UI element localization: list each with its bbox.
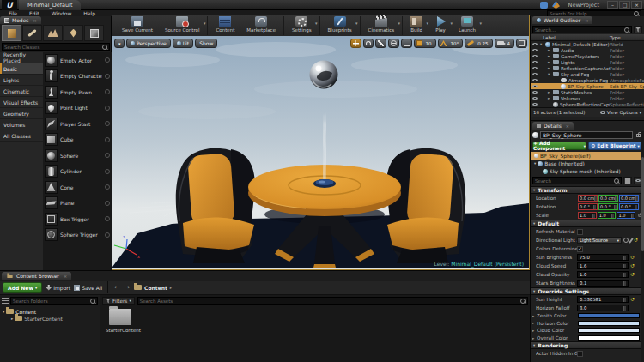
bowl[interactable]	[313, 179, 336, 188]
placeable-item[interactable]: Cone	[43, 179, 112, 196]
number-field[interactable]: 1.0	[577, 271, 629, 278]
expander-icon[interactable]: ▸	[548, 54, 551, 58]
spinner-icon[interactable]	[592, 214, 595, 218]
placeable-item[interactable]: Plane	[43, 196, 112, 212]
placeable-item[interactable]: Sphere Trigger	[43, 227, 112, 244]
surface-snapping-button[interactable]	[401, 39, 412, 48]
menu-item[interactable]: Help	[78, 10, 100, 16]
expander-icon[interactable]: ▸	[548, 96, 551, 100]
grip-icon[interactable]	[105, 74, 110, 79]
color-swatch[interactable]	[578, 335, 640, 341]
visibility-eye-icon[interactable]	[531, 73, 538, 76]
placement-category[interactable]: Lights	[0, 75, 43, 86]
outliner-row[interactable]: ▸ StaticMeshes Folder	[531, 89, 644, 95]
expander-icon[interactable]: ▸	[548, 48, 551, 52]
visibility-eye-icon[interactable]	[531, 97, 538, 100]
placeable-item[interactable]: Cube	[43, 132, 112, 148]
placeable-item[interactable]: Box Trigger	[43, 211, 112, 227]
outliner-row[interactable]: BP_Sky_Sphere Edit BP_Sky_Sphere	[531, 83, 644, 89]
grip-icon[interactable]	[105, 57, 110, 63]
grip-icon[interactable]	[105, 201, 110, 206]
number-field[interactable]: 0.530581	[577, 296, 629, 303]
property-matrix-button[interactable]	[623, 177, 632, 184]
placement-category[interactable]: Recently Placed	[0, 52, 43, 63]
outliner-filter-button[interactable]	[634, 26, 642, 33]
chair-left[interactable]	[176, 148, 255, 263]
grid-snap-button[interactable]: 10	[414, 39, 436, 48]
menu-item[interactable]: File	[3, 10, 22, 16]
search-assets-input[interactable]: Search Assets	[137, 297, 528, 305]
checkbox[interactable]	[577, 229, 583, 235]
outliner-search-input[interactable]: Search...	[532, 26, 632, 33]
expander-icon[interactable]: ▾	[540, 42, 544, 46]
section-transform[interactable]: ▾Transform	[531, 186, 644, 194]
visibility-eye-icon[interactable]	[531, 85, 538, 88]
revert-icon[interactable]: ↺	[630, 297, 635, 302]
component-self-row[interactable]: BP_Sky_Sphere(self)	[531, 152, 644, 160]
revert-icon[interactable]: ↺	[630, 272, 635, 277]
asset-dropdown[interactable]: Light Source▾	[577, 237, 622, 244]
color-swatch[interactable]	[578, 328, 640, 333]
placeable-item[interactable]: Point Light	[43, 100, 112, 117]
placeable-item[interactable]: Player Start	[43, 116, 112, 132]
view-options-button[interactable]: View Options▾	[600, 110, 641, 115]
tab-modes[interactable]: Modes ×	[0, 16, 41, 24]
toolbar-button[interactable]: Build ▾	[402, 16, 428, 35]
expander-icon[interactable]: ▸	[548, 90, 551, 94]
toolbar-button[interactable]: Content	[207, 16, 240, 35]
color-swatch[interactable]	[578, 321, 640, 326]
chevron-down-icon[interactable]: ▾	[398, 21, 401, 26]
spinner-icon[interactable]	[623, 281, 626, 286]
rotation-y-field[interactable]: 0.0 °	[598, 203, 618, 210]
section-default[interactable]: ▾Default	[531, 220, 644, 227]
tab-content-browser[interactable]: Content Browser×	[2, 272, 71, 280]
spinner-icon[interactable]	[623, 306, 626, 311]
close-tab-icon[interactable]: ×	[33, 18, 36, 23]
details-search-input[interactable]: Search	[532, 177, 622, 184]
feedback-icon[interactable]	[540, 2, 548, 9]
grip-icon[interactable]	[105, 232, 110, 238]
sources-toggle-icon[interactable]	[2, 298, 9, 304]
placeable-item[interactable]: Empty Character	[43, 69, 112, 85]
scale-z-field[interactable]: 1.0	[617, 212, 635, 219]
toolbar-button[interactable]: Settings ▾	[283, 16, 318, 35]
component-base-row[interactable]: ▾Base (Inherited)	[531, 160, 644, 167]
column-label[interactable]: Label	[531, 35, 610, 40]
scale-y-field[interactable]: 1.0	[598, 212, 617, 219]
number-field[interactable]: 75.0	[577, 254, 629, 261]
outliner-row[interactable]: ▸ Audio Folder	[531, 47, 644, 53]
forward-button[interactable]: →	[124, 284, 131, 291]
expander-icon[interactable]: ▾	[548, 72, 551, 76]
placement-category[interactable]: Basic	[0, 63, 43, 75]
grip-icon[interactable]	[105, 89, 110, 94]
revert-icon[interactable]: ↺	[634, 238, 638, 243]
spinner-icon[interactable]	[623, 273, 626, 277]
toolbar-button[interactable]: Play ▾	[428, 16, 453, 35]
scale-snap-button[interactable]: 0.25	[465, 39, 492, 48]
placeable-item[interactable]: Sphere	[43, 148, 112, 164]
marketplace-gem-icon[interactable]	[552, 1, 560, 9]
expander-icon[interactable]: ▸	[548, 60, 551, 64]
placement-category[interactable]: Cinematic	[0, 86, 43, 97]
grip-icon[interactable]	[105, 137, 110, 142]
lit-button[interactable]: Lit	[173, 39, 193, 48]
maximize-viewport-button[interactable]	[516, 39, 527, 48]
placement-category[interactable]: Geometry	[0, 108, 43, 119]
expander-icon[interactable]: ▸	[548, 66, 551, 70]
grip-icon[interactable]	[105, 216, 110, 221]
spinner-icon[interactable]	[611, 214, 614, 218]
details-scrollbar[interactable]	[641, 131, 644, 362]
import-button[interactable]: Import	[46, 285, 70, 291]
location-z-field[interactable]: 0.0 cm	[619, 195, 639, 202]
menu-item[interactable]: Window	[46, 10, 77, 16]
number-field[interactable]: 3.0	[577, 305, 629, 311]
spinner-icon[interactable]	[635, 196, 638, 201]
filters-button[interactable]: Filters▾	[102, 297, 135, 305]
grip-icon[interactable]	[105, 184, 110, 190]
section-override-settings[interactable]: ▾Override Settings	[531, 287, 644, 295]
outliner-row[interactable]: ▸ ReflectionCaptureActors Folder	[531, 65, 644, 71]
menu-item[interactable]: Edit	[24, 10, 45, 16]
section-rendering[interactable]: ▾Rendering	[531, 341, 644, 349]
visibility-eye-icon[interactable]	[531, 55, 538, 58]
grip-icon[interactable]	[105, 153, 110, 158]
